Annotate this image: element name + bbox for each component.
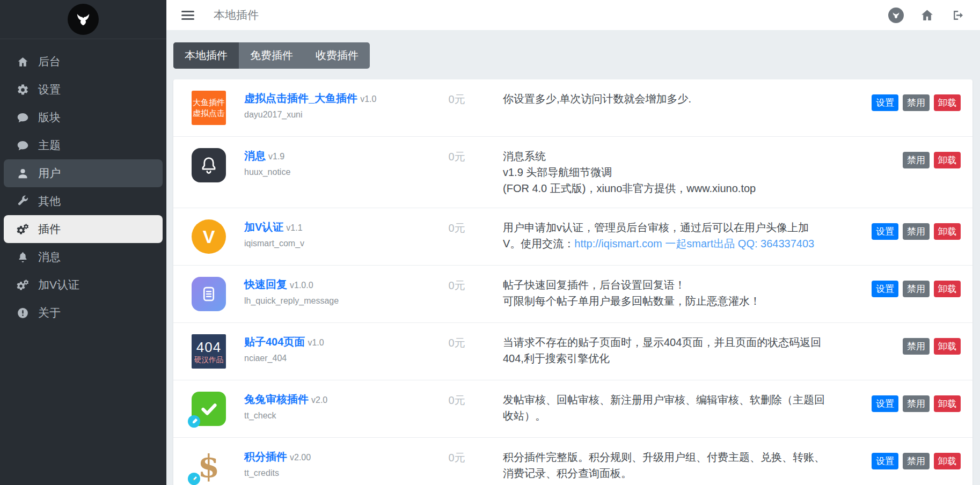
plugin-description-line: 消费记录、积分查询面板。 [503,465,848,481]
plugin-description-line: 帖子快速回复插件，后台设置回复语！ [503,277,848,293]
menu-toggle-icon[interactable] [181,9,194,22]
plugin-actions: 设置禁用卸载 [866,395,961,412]
plugin-id: nciaer_404 [244,354,411,363]
settings-button[interactable]: 设置 [872,223,898,240]
uninstall-button[interactable]: 卸载 [934,395,961,412]
uninstall-button[interactable]: 卸载 [934,453,961,469]
plugin-actions: 设置禁用卸载 [866,94,961,111]
plugin-id: iqismart_com_v [244,239,411,248]
plugin-row-dayu2017_xuni: 大鱼插件虚拟点击 虚拟点击插件_大鱼插件v1.0 dayu2017_xuni 0… [173,79,972,136]
plugin-description-line: 可限制每个帖子单用户最多回帖数量，防止恶意灌水！ [503,293,848,309]
plugin-name[interactable]: 加V认证 [244,221,283,233]
settings-button[interactable]: 设置 [872,281,898,297]
plugin-actions: 设置禁用卸载 [866,223,961,240]
plugin-description: 消息系统v1.9 头部导航细节微调(FOR 4.0 正式版)，xiuno非官方提… [503,148,848,196]
plugin-description-line: (FOR 4.0 正式版)，xiuno非官方提供，www.xiuno.top [503,180,848,196]
plugin-icon-iqismart_com_v: V [192,219,226,254]
disable-button[interactable]: 禁用 [903,338,930,355]
settings-button[interactable]: 设置 [872,395,898,412]
plugin-description-line: 收站）。 [503,408,848,424]
plugin-name[interactable]: 兔兔审核插件 [244,393,309,405]
plugin-description: 你设置多少,单次访问计数就会增加多少. [503,91,848,107]
home-button[interactable] [920,8,934,23]
sidebar-item-label: 其他 [38,194,61,209]
disable-button[interactable]: 禁用 [903,223,930,240]
gears-icon [16,279,30,291]
sidebar-item-label: 版块 [38,110,61,125]
sidebar-item-backend[interactable]: 后台 [4,48,163,76]
plugin-description: 积分插件完整版。积分规则、升级用户组、付费主题、兑换、转账、消费记录、积分查询面… [503,449,848,481]
sidebar-item-messages[interactable]: 消息 [4,243,163,271]
plugin-row-lh_quick_reply_message: 快速回复v1.0.0 lh_quick_reply_message 0元帖子快速… [173,265,972,322]
settings-button[interactable]: 设置 [872,453,898,469]
plugin-row-tt_credits: $ 积分插件v2.00 tt_credits 0元积分插件完整版。积分规则、升级… [173,437,972,485]
sidebar-item-settings[interactable]: 设置 [4,76,163,104]
plugin-actions: 设置禁用卸载 [866,453,961,469]
disable-button[interactable]: 禁用 [903,94,930,111]
content: 本地插件免费插件收费插件 大鱼插件虚拟点击 虚拟点击插件_大鱼插件v1.0 da… [166,30,980,485]
topbar-actions [888,8,965,23]
plugin-description: 用户申请加v认证，管理员后台审核，通过后可以在用户头像上加V。使用交流：http… [503,219,848,252]
tab-paid-plugins[interactable]: 收费插件 [304,42,370,69]
plugin-id: lh_quick_reply_message [244,296,411,306]
disable-button[interactable]: 禁用 [903,281,930,297]
plugin-actions: 禁用卸载 [866,338,961,355]
sidebar-item-other[interactable]: 其他 [4,187,163,215]
sign-out-icon [950,8,965,23]
sidebar-logo[interactable] [0,0,166,39]
plugin-icon-dayu2017_xuni: 大鱼插件虚拟点击 [192,91,226,125]
sidebar-item-users[interactable]: 用户 [4,159,163,187]
xiuno-button[interactable] [888,8,904,23]
tab-free-plugins[interactable]: 免费插件 [239,42,304,69]
settings-button[interactable]: 设置 [872,94,898,111]
sidebar-item-label: 加V认证 [38,277,79,292]
plugin-name[interactable]: 虚拟点击插件_大鱼插件 [244,92,357,104]
xiuno-logo-icon [888,8,904,23]
plugin-tabs: 本地插件免费插件收费插件 [173,42,370,69]
uninstall-button[interactable]: 卸载 [934,338,961,355]
sidebar: 后台设置版块主题用户其他插件消息加V认证关于 [0,0,166,485]
plugin-id: dayu2017_xuni [244,110,411,120]
topbar: 本地插件 [166,0,980,30]
sidebar-item-label: 消息 [38,249,61,264]
sidebar-item-about[interactable]: 关于 [4,299,163,327]
disable-button[interactable]: 禁用 [903,152,930,168]
tab-local-plugins[interactable]: 本地插件 [173,42,239,69]
uninstall-button[interactable]: 卸载 [934,281,961,297]
disable-button[interactable]: 禁用 [903,395,930,412]
plugin-row-nciaer_404: 404硬汉作品 贴子404页面v1.0 nciaer_404 0元当请求不存在的… [173,322,972,380]
plugin-link[interactable]: http://iqismart.com 一起smart出品 QQ: 364337… [574,238,814,249]
plugin-name[interactable]: 消息 [244,150,266,161]
plugin-description-line: 404,利于搜索引擎优化 [503,350,848,366]
plugin-id: huux_notice [244,167,411,177]
plugin-name[interactable]: 积分插件 [244,451,287,462]
sidebar-item-label: 用户 [38,166,61,181]
plugin-description-line: 消息系统 [503,148,848,164]
disable-button[interactable]: 禁用 [903,453,930,469]
sidebar-nav: 后台设置版块主题用户其他插件消息加V认证关于 [0,39,166,335]
logout-button[interactable] [950,8,965,23]
plugin-name[interactable]: 快速回复 [244,278,287,290]
gears-icon [16,223,30,236]
plugin-price: 0元 [429,278,485,293]
uninstall-button[interactable]: 卸载 [934,223,961,240]
comment-icon [16,139,30,152]
sidebar-item-label: 后台 [38,54,61,69]
sidebar-item-forums[interactable]: 版块 [4,104,163,131]
plugin-price: 0元 [429,451,485,465]
sidebar-item-v-verify[interactable]: 加V认证 [4,271,163,299]
plugin-icon-tt_check [192,392,226,426]
edit-badge-icon [188,473,200,485]
uninstall-button[interactable]: 卸载 [934,94,961,111]
plugin-description-line: v1.9 头部导航细节微调 [503,164,848,180]
plugin-description-line: 当请求不存在的贴子页面时，显示404页面，并且页面的状态码返回 [503,334,848,350]
plugin-version: v2.00 [290,453,311,462]
sidebar-item-plugins[interactable]: 插件 [4,215,163,243]
sidebar-item-themes[interactable]: 主题 [4,131,163,159]
plugin-description-line: V。使用交流：http://iqismart.com 一起smart出品 QQ:… [503,236,848,252]
main-area: 本地插件 本地插件免费插件收费插件 大鱼插件虚拟点击 虚拟点击插件_大鱼插件v1… [166,0,980,485]
plugin-version: v1.0 [308,338,324,347]
comment-icon [16,112,30,124]
uninstall-button[interactable]: 卸载 [934,152,961,168]
plugin-name[interactable]: 贴子404页面 [244,336,305,348]
